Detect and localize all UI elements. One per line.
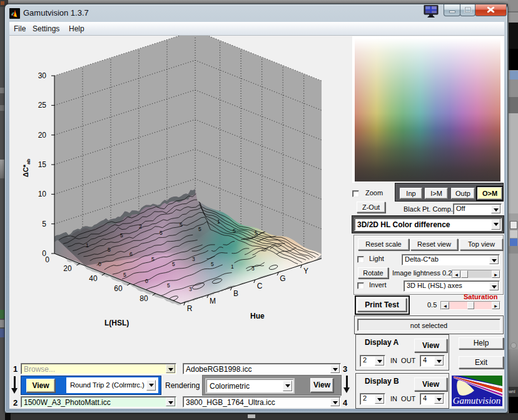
svg-text:0: 0 bbox=[98, 261, 101, 267]
svg-text:6: 6 bbox=[130, 251, 133, 257]
svg-text:3: 3 bbox=[251, 265, 255, 272]
svg-text:5: 5 bbox=[233, 228, 236, 234]
svg-text:5: 5 bbox=[160, 230, 163, 236]
svg-text:L(HSL): L(HSL) bbox=[104, 319, 129, 327]
svg-text:1: 1 bbox=[86, 242, 89, 248]
svg-text:5: 5 bbox=[151, 256, 155, 262]
svg-text:5: 5 bbox=[172, 261, 175, 267]
svg-text:Y: Y bbox=[303, 267, 308, 275]
svg-text:Gamutvision: Gamutvision bbox=[453, 396, 501, 406]
svg-text:5: 5 bbox=[198, 226, 201, 232]
svg-text:3: 3 bbox=[189, 286, 192, 292]
svg-text:R: R bbox=[187, 304, 193, 313]
svg-text:5: 5 bbox=[108, 247, 111, 253]
svg-text:Hue: Hue bbox=[250, 312, 265, 320]
svg-text:20: 20 bbox=[63, 264, 72, 273]
svg-text:0: 0 bbox=[45, 255, 49, 264]
svg-text:5: 5 bbox=[123, 272, 126, 278]
svg-text:0: 0 bbox=[145, 278, 148, 284]
svg-text:5: 5 bbox=[180, 222, 183, 228]
svg-text:G: G bbox=[280, 274, 285, 283]
svg-text:3: 3 bbox=[192, 256, 195, 262]
svg-text:25: 25 bbox=[38, 101, 47, 110]
svg-text:30: 30 bbox=[38, 71, 47, 80]
svg-text:15: 15 bbox=[38, 160, 47, 169]
svg-text:M: M bbox=[210, 297, 216, 305]
svg-text:ΔC*ab: ΔC*ab bbox=[22, 158, 31, 177]
svg-text:5: 5 bbox=[255, 230, 258, 236]
svg-text:5: 5 bbox=[42, 220, 46, 228]
svg-text:40: 40 bbox=[89, 274, 98, 283]
svg-text:5: 5 bbox=[211, 261, 214, 267]
svg-text:2: 2 bbox=[139, 223, 142, 230]
svg-text:5: 5 bbox=[120, 232, 123, 238]
svg-text:80: 80 bbox=[140, 294, 148, 303]
svg-text:1: 1 bbox=[231, 264, 234, 270]
svg-text:20: 20 bbox=[38, 131, 47, 140]
svg-text:60: 60 bbox=[114, 284, 123, 293]
svg-text:B: B bbox=[233, 289, 238, 298]
svg-text:1: 1 bbox=[217, 218, 220, 225]
svg-text:10: 10 bbox=[38, 190, 47, 198]
svg-text:C: C bbox=[257, 282, 263, 290]
svg-text:5: 5 bbox=[167, 282, 170, 289]
